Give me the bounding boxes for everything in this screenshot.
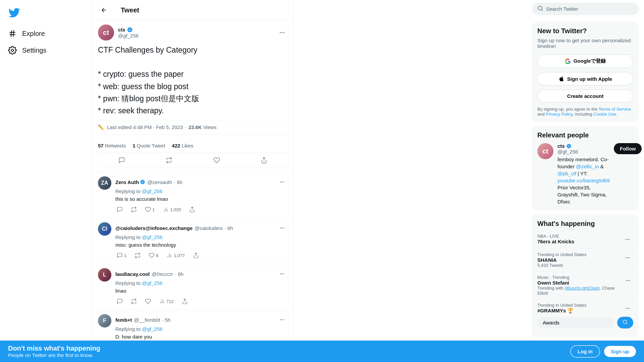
comment-text: D: how dare you bbox=[115, 333, 288, 340]
trend-more-btn[interactable] bbox=[622, 303, 633, 314]
trend-name: Gwen Stefani bbox=[537, 280, 623, 286]
svg-point-24 bbox=[280, 274, 281, 275]
svg-point-25 bbox=[282, 274, 283, 275]
comment-reply-btn[interactable]: 1 bbox=[115, 251, 128, 260]
comment-like-btn[interactable]: 6 bbox=[147, 251, 160, 260]
share-button[interactable] bbox=[258, 154, 270, 166]
reply-to: Replying to @gf_256 bbox=[115, 188, 288, 194]
comment-share-btn[interactable] bbox=[188, 205, 197, 214]
comment: ZA Zero Auth @zeroauth · 6h bbox=[93, 172, 293, 218]
svg-point-6 bbox=[280, 32, 281, 33]
trend-more-btn[interactable] bbox=[623, 275, 633, 286]
svg-point-12 bbox=[283, 182, 284, 183]
search-input[interactable] bbox=[546, 6, 633, 12]
trend-more-btn[interactable] bbox=[622, 234, 633, 245]
comment-like-btn[interactable]: 1 bbox=[144, 205, 156, 214]
comment: CI @caioluders@infosec.exchange @caiolud… bbox=[93, 218, 293, 264]
person-name: cts bbox=[557, 143, 610, 149]
tweet-meta: ✏️ Last edited 4:48 PM · Feb 5, 2023 · 2… bbox=[98, 120, 288, 135]
main-content: Tweet ct cts @gf_256 bbox=[92, 0, 293, 362]
whats-happening-title: What's happening bbox=[537, 220, 633, 228]
comment-views: 712 bbox=[158, 297, 175, 306]
person-handle: @gf_256 bbox=[557, 149, 610, 155]
trend-item[interactable]: Trending in United States #GRAMMYs 🏆 bbox=[537, 299, 633, 332]
comment-more-button[interactable] bbox=[276, 314, 288, 325]
terms-text: By signing up, you agree to the Terms of… bbox=[537, 107, 633, 117]
svg-point-17 bbox=[280, 228, 281, 229]
comment-more-button[interactable] bbox=[276, 268, 288, 280]
tweet-action-bar bbox=[98, 153, 288, 168]
banner-title: Don't miss what's happening bbox=[8, 345, 100, 352]
relevant-people-title: Relevant people bbox=[537, 131, 633, 139]
author-handle: @gf_256 bbox=[118, 33, 139, 39]
comment-more-button[interactable] bbox=[276, 222, 288, 234]
comment-retweet-btn[interactable] bbox=[129, 297, 138, 306]
awards-search-button[interactable] bbox=[617, 317, 633, 328]
settings-label: Settings bbox=[22, 47, 46, 54]
reply-button[interactable] bbox=[116, 154, 128, 166]
comment-actions: 712 bbox=[115, 297, 288, 306]
trend-item[interactable]: Music · Trending Gwen Stefani Trending w… bbox=[537, 272, 633, 299]
retweet-button[interactable] bbox=[163, 154, 175, 166]
hashtag-icon bbox=[8, 29, 17, 38]
whats-happening-box: What's happening NBA · LIVE 76ers at Kni… bbox=[532, 215, 639, 337]
login-button[interactable]: Log in bbox=[570, 345, 600, 358]
edit-icon: ✏️ bbox=[98, 124, 104, 130]
right-sidebar: New to Twitter? Sign up now to get your … bbox=[527, 0, 644, 362]
trend-name: SHANIA bbox=[537, 257, 586, 263]
terms-link[interactable]: Terms of Service bbox=[599, 107, 631, 112]
svg-point-49 bbox=[626, 280, 627, 281]
retweet-count: 57 Retweets bbox=[98, 143, 126, 148]
trend-category: NBA · LIVE bbox=[537, 234, 574, 239]
search-input-wrap[interactable] bbox=[532, 3, 639, 15]
more-options-button[interactable] bbox=[276, 27, 288, 38]
comment-reply-btn[interactable] bbox=[115, 297, 124, 306]
comment-like-btn[interactable] bbox=[144, 297, 152, 306]
svg-line-2 bbox=[11, 30, 12, 37]
svg-point-19 bbox=[283, 228, 284, 229]
awards-search-input[interactable] bbox=[537, 317, 614, 328]
commenter-avatar: F bbox=[98, 314, 111, 327]
sidebar-item-explore[interactable]: Explore bbox=[4, 25, 88, 42]
comment-share-btn[interactable] bbox=[192, 251, 200, 260]
back-button[interactable] bbox=[98, 4, 110, 16]
trend-more-btn[interactable] bbox=[622, 252, 633, 263]
sidebar: Explore Settings bbox=[0, 0, 92, 362]
banner-text: Don't miss what's happening People on Tw… bbox=[8, 345, 100, 358]
cookie-link[interactable]: Cookie Use bbox=[593, 112, 616, 117]
create-account-button[interactable]: Create account bbox=[537, 89, 633, 103]
comment-retweet-btn[interactable] bbox=[133, 251, 142, 260]
tweet-body: CTF Challenges by Category * crypto: gue… bbox=[98, 45, 288, 116]
svg-point-31 bbox=[280, 319, 281, 320]
comment-reply-btn[interactable] bbox=[115, 205, 124, 214]
svg-point-45 bbox=[629, 239, 630, 240]
trend-item[interactable]: NBA · LIVE 76ers at Knicks bbox=[537, 230, 633, 249]
comment-share-btn[interactable] bbox=[180, 297, 189, 306]
svg-point-4 bbox=[11, 49, 14, 52]
apple-signup-button[interactable]: Sign up with Apple bbox=[537, 72, 633, 85]
commenter-avatar: ZA bbox=[98, 176, 111, 190]
svg-line-42 bbox=[541, 9, 542, 10]
trend-count: 5,433 Tweets bbox=[537, 263, 586, 268]
signup-button[interactable]: Sign up bbox=[604, 346, 636, 357]
svg-point-48 bbox=[629, 257, 630, 258]
google-signup-button[interactable]: Googleで登録 bbox=[537, 54, 633, 68]
verified-icon bbox=[127, 27, 133, 33]
page-title: Tweet bbox=[121, 6, 139, 14]
trend-item[interactable]: Trending in United States SHANIA 5,433 T… bbox=[537, 249, 633, 272]
comment-more-button[interactable] bbox=[276, 176, 288, 188]
follow-button[interactable]: Follow bbox=[614, 143, 642, 154]
privacy-link[interactable]: Privacy Policy bbox=[546, 112, 573, 117]
svg-point-33 bbox=[283, 319, 284, 320]
trend-category: Music · Trending bbox=[537, 275, 623, 280]
sidebar-item-settings[interactable]: Settings bbox=[4, 42, 88, 59]
tweet-header: Tweet bbox=[93, 0, 293, 20]
main-tweet: ct cts @gf_256 bbox=[93, 20, 293, 172]
comment-retweet-btn[interactable] bbox=[129, 205, 138, 214]
svg-point-54 bbox=[629, 308, 630, 309]
like-button[interactable] bbox=[211, 154, 223, 166]
reply-to: Replying to @gf_256 bbox=[115, 326, 288, 332]
twitter-logo[interactable] bbox=[4, 3, 24, 24]
comment-text: this is so accurate lmao bbox=[115, 195, 288, 202]
banner-subtitle: People on Twitter are the first to know. bbox=[8, 352, 100, 358]
